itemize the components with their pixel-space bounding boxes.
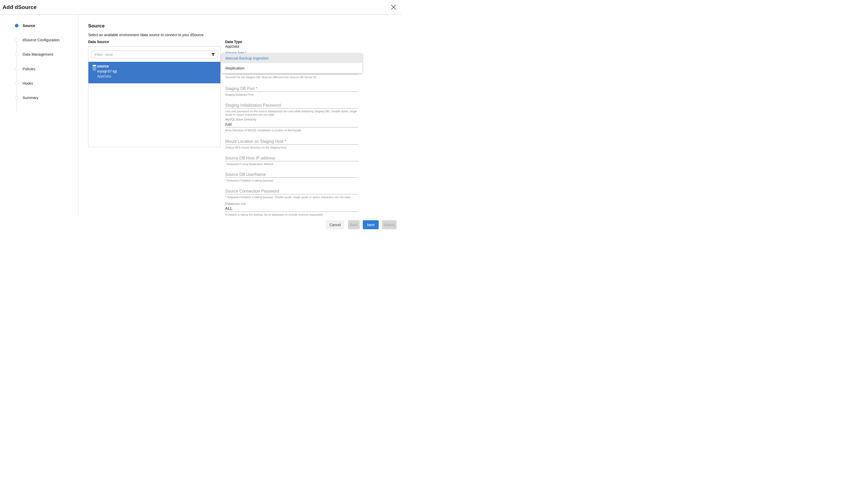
data-source-label: Data Source [88, 40, 109, 44]
staging-db-port-field[interactable]: Staging DB Port * Staging Database Port [225, 86, 358, 96]
field-placeholder: Source DB Host IP address [225, 156, 358, 160]
step-dot-active [15, 24, 19, 28]
cancel-button[interactable]: Cancel [326, 220, 344, 229]
field-helper: * Required if Delphix is taking backups [225, 179, 358, 182]
field-value: /usr [225, 122, 358, 127]
dialog-header: Add dSource [0, 0, 402, 14]
step-label: dSource Configuration [23, 38, 59, 42]
step-dsource-configuration[interactable]: dSource Configuration [0, 38, 78, 45]
filter-funnel-icon[interactable] [211, 53, 215, 57]
field-helper: ServerID for the Stagine DB. Must be dif… [225, 76, 358, 79]
field-helper: Unique NFS mount directory on the Stagin… [225, 146, 358, 149]
field-placeholder: Staging Initialization Password [225, 103, 358, 108]
field-placeholder: Staging DB Port * [225, 86, 358, 91]
step-dot [15, 96, 19, 99]
field-label: Databases List [225, 202, 358, 206]
back-button[interactable]: Back [348, 220, 360, 229]
filter-placeholder: Filter: none [95, 53, 113, 57]
field-helper: If Delphix is taking the backup, list of… [225, 213, 358, 216]
source-db-username-field[interactable]: Source DB UserName * Required if Delphix… [225, 172, 358, 182]
step-label: Source [23, 24, 35, 28]
filter-input[interactable]: Filter: none [91, 51, 218, 58]
dialog-title: Add dSource [2, 4, 37, 10]
step-label: Summary [23, 96, 39, 100]
step-dot [15, 67, 19, 71]
dropdown-option-manual-backup-ingestion[interactable]: Manual Backup Ingestion [221, 53, 362, 63]
step-dot [15, 53, 19, 56]
next-button[interactable]: Next [363, 220, 379, 229]
field-helper: Base Directory of MySQL Installation (Lo… [225, 129, 358, 132]
mysql-base-directory-field[interactable]: MySQL Base Directory /usr Base Directory… [225, 118, 358, 132]
data-source-name: source [97, 64, 109, 68]
data-type-label: Data Type [225, 40, 242, 44]
mount-location-field[interactable]: Mount Location on Staging Host * Unique … [225, 139, 358, 149]
staging-initialization-password-field[interactable]: Staging Initialization Password root use… [225, 103, 358, 116]
close-icon[interactable] [389, 2, 398, 12]
field-underline [225, 161, 358, 161]
field-placeholder: Source Connection Password [225, 189, 358, 194]
field-placeholder: Source DB UserName [225, 172, 358, 177]
wizard-stepper: Source dSource Configuration Data Manage… [0, 14, 78, 215]
page-title: Source [88, 23, 105, 29]
data-source-host: mysql-57-tgt [97, 69, 117, 73]
field-label: MySQL Base Directory [225, 118, 358, 121]
data-source-item-selected[interactable]: source mysql-57-tgt AppData [88, 62, 220, 83]
source-connection-password-field[interactable]: Source Connection Password * Required if… [225, 189, 358, 199]
field-placeholder: Mount Location on Staging Host * [225, 139, 358, 144]
source-db-host-ip-field[interactable]: Source DB Host IP address * Required if … [225, 156, 358, 166]
step-hooks[interactable]: Hooks [0, 82, 78, 88]
field-value: ALL [225, 206, 358, 211]
step-label: Policies [23, 67, 35, 71]
database-icon [92, 65, 97, 72]
field-helper: Staging Database Port [225, 93, 358, 96]
data-source-type: AppData [97, 74, 111, 78]
step-dot [15, 82, 19, 85]
data-source-list: Filter: none source mysql-57-tgt AppData [88, 46, 221, 147]
field-underline [225, 92, 358, 92]
staging-db-server-id-field[interactable]: ServerID for the Stagine DB. Must be dif… [225, 74, 358, 79]
dsource-type-dropdown: Manual Backup Ingestion Replication [221, 53, 362, 73]
field-helper: * Required if Delphix is taking backups.… [225, 196, 358, 199]
field-helper: * Required if using Replication Method [225, 162, 358, 166]
databases-list-field[interactable]: Databases List ALL If Delphix is taking … [225, 202, 358, 216]
submit-button[interactable]: Submit [382, 220, 397, 229]
sidebar-divider [78, 14, 78, 215]
field-underline [225, 194, 358, 194]
step-data-management[interactable]: Data Management [0, 53, 78, 59]
field-underline [225, 74, 358, 74]
step-source[interactable]: Source [0, 24, 78, 31]
page-subtitle: Select an available environment /data so… [88, 33, 204, 37]
dropdown-option-replication[interactable]: Replication [221, 63, 362, 73]
step-dot [15, 38, 19, 42]
field-helper: root user password on the source databas… [225, 110, 358, 116]
data-type-value: AppData [225, 44, 239, 49]
add-dsource-dialog: Add dSource Source dSource Configuration… [0, 0, 402, 232]
step-label: Hooks [23, 81, 33, 85]
step-summary[interactable]: Summary [0, 96, 78, 103]
field-underline [225, 108, 358, 108]
step-label: Data Management [23, 52, 53, 56]
step-policies[interactable]: Policies [0, 67, 78, 74]
